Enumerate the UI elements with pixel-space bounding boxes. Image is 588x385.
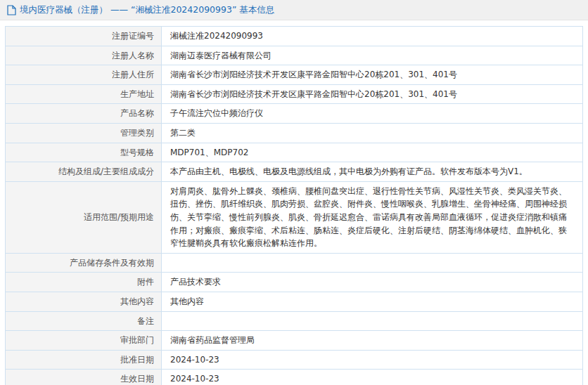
table-row: 产品名称子午流注穴位中频治疗仪 (6, 104, 583, 124)
table-row: 其他内容其他内容 (6, 292, 583, 311)
row-value: 湖南迈泰医疗器械有限公司 (162, 46, 583, 65)
row-value: 本产品由主机、电极线、电极及电源线组成，其中电极为外购有证产品。软件发布版本号为… (162, 162, 583, 182)
row-value (162, 253, 583, 273)
row-label: 审批部门 (6, 331, 162, 351)
row-value (162, 311, 583, 331)
table-row: 注册证编号湘械注准20242090993 (6, 27, 583, 46)
info-table-wrapper: 注册证编号湘械注准20242090993注册人名称湖南迈泰医疗器械有限公司注册人… (0, 20, 588, 385)
page: 境内医疗器械（注册） —— “湘械注准20242090993” 基本信息 注册证… (0, 0, 588, 385)
table-row: 产品储存条件及有效期 (6, 253, 583, 273)
table-row: 生效日期2024-10-23 (6, 370, 583, 385)
row-label: 备注 (6, 311, 162, 331)
row-label: 生效日期 (6, 370, 162, 385)
row-label: 产品储存条件及有效期 (6, 253, 162, 273)
row-label: 结构及组成/主要组成成分 (6, 162, 162, 182)
table-row: 生产地址湖南省长沙市浏阳经济技术开发区康平路金阳智中心20栋201、301、40… (6, 84, 583, 104)
row-label: 注册人名称 (6, 46, 162, 65)
row-value: 2024-10-23 (162, 370, 583, 385)
table-row: 适用范围/预期用途对肩周炎、肱骨外上髁炎、颈椎病、腰椎间盘突出症、退行性骨性关节… (6, 181, 583, 253)
row-label: 型号规格 (6, 143, 162, 162)
row-value: 产品技术要求 (162, 273, 583, 292)
row-value: 湖南省长沙市浏阳经济技术开发区康平路金阳智中心20栋201、301、401号 (162, 65, 583, 85)
row-value: 湖南省长沙市浏阳经济技术开发区康平路金阳智中心20栋201、301、401号 (162, 84, 583, 104)
table-row: 结构及组成/主要组成成分本产品由主机、电极线、电极及电源线组成，其中电极为外购有… (6, 162, 583, 182)
table-row: 批准日期2024-10-23 (6, 350, 583, 370)
row-label: 注册证编号 (6, 27, 162, 46)
row-label: 其他内容 (6, 292, 162, 311)
table-row: 审批部门湖南省药品监督管理局 (6, 331, 583, 351)
row-value: MDP701、MDP702 (162, 143, 583, 162)
row-value: 其他内容 (162, 292, 583, 311)
table-row: 附件产品技术要求 (6, 273, 583, 292)
table-row: 注册人住所湖南省长沙市浏阳经济技术开发区康平路金阳智中心20栋201、301、4… (6, 65, 583, 85)
document-icon (7, 5, 16, 15)
row-value: 第二类 (162, 123, 583, 143)
row-value: 子午流注穴位中频治疗仪 (162, 104, 583, 124)
row-label: 产品名称 (6, 104, 162, 124)
row-label: 附件 (6, 273, 162, 292)
row-label: 管理类别 (6, 123, 162, 143)
page-title: 境内医疗器械（注册） —— “湘械注准20242090993” 基本信息 (20, 4, 274, 16)
table-row: 管理类别第二类 (6, 123, 583, 143)
row-value: 2024-10-23 (162, 350, 583, 370)
row-label: 注册人住所 (6, 65, 162, 85)
row-value: 湘械注准20242090993 (162, 27, 583, 46)
row-value: 对肩周炎、肱骨外上髁炎、颈椎病、腰椎间盘突出症、退行性骨性关节病、风湿性关节炎、… (162, 181, 583, 253)
row-label: 适用范围/预期用途 (6, 181, 162, 253)
table-row: 备注 (6, 311, 583, 331)
row-label: 批准日期 (6, 350, 162, 370)
table-row: 型号规格MDP701、MDP702 (6, 143, 583, 162)
row-value: 湖南省药品监督管理局 (162, 331, 583, 351)
table-row: 注册人名称湖南迈泰医疗器械有限公司 (6, 46, 583, 65)
page-header: 境内医疗器械（注册） —— “湘械注准20242090993” 基本信息 (0, 0, 588, 20)
info-table: 注册证编号湘械注准20242090993注册人名称湖南迈泰医疗器械有限公司注册人… (5, 26, 583, 385)
row-label: 生产地址 (6, 84, 162, 104)
